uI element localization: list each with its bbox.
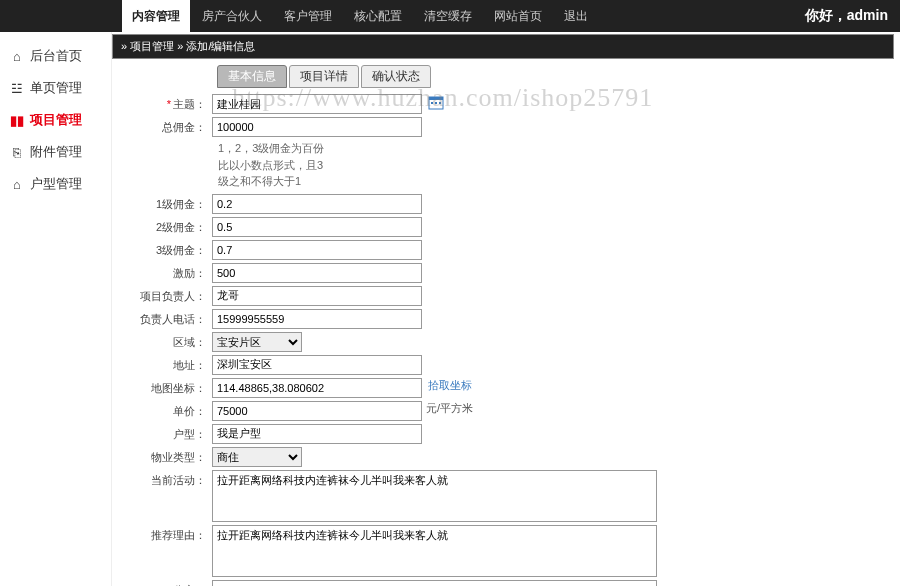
tab-basic[interactable]: 基本信息: [217, 65, 287, 88]
label-recommend-reason: 推荐理由：: [122, 525, 212, 543]
sidebar: ⌂ 后台首页 ☳ 单页管理 ▮▮ 项目管理 ⎘ 附件管理 ⌂ 户型管理: [0, 32, 112, 586]
label-level3: 3级佣金：: [122, 240, 212, 258]
textarea-current-activity[interactable]: 拉开距离网络科技内连裤袜今儿半叫我来客人就: [212, 470, 657, 522]
input-address[interactable]: [212, 355, 422, 375]
label-unit-price: 单价：: [122, 401, 212, 419]
row-address: 地址：: [122, 355, 890, 375]
calendar-icon[interactable]: [428, 94, 444, 110]
select-region[interactable]: 宝安片区: [212, 332, 302, 352]
house-icon: ⌂: [10, 177, 24, 192]
input-house-type[interactable]: [212, 424, 422, 444]
greeting: 你好，: [805, 7, 847, 23]
nav-logout[interactable]: 退出: [554, 0, 598, 33]
input-incentive[interactable]: [212, 263, 422, 283]
input-level1[interactable]: [212, 194, 422, 214]
username: admin: [847, 7, 888, 23]
nav-content[interactable]: 内容管理: [122, 0, 190, 33]
svg-rect-4: [439, 102, 441, 104]
textarea-recommend-reason[interactable]: 拉开距离网络科技内连裤袜今儿半叫我来客人就: [212, 525, 657, 577]
sidebar-item-home[interactable]: ⌂ 后台首页: [0, 40, 111, 72]
input-unit-price[interactable]: [212, 401, 422, 421]
sidebar-item-pages[interactable]: ☳ 单页管理: [0, 72, 111, 104]
label-level2: 2级佣金：: [122, 217, 212, 235]
label-manager: 项目负责人：: [122, 286, 212, 304]
input-manager-phone[interactable]: [212, 309, 422, 329]
sidebar-item-label: 项目管理: [30, 111, 82, 129]
main: » 项目管理 » 添加/编辑信息 https://www.huzhan.com/…: [112, 32, 900, 586]
nav-customer[interactable]: 客户管理: [274, 0, 342, 33]
label-property-type: 物业类型：: [122, 447, 212, 465]
row-bus: 公交：: [122, 580, 890, 587]
input-level3[interactable]: [212, 240, 422, 260]
row-level2: 2级佣金：: [122, 217, 890, 237]
label-manager-phone: 负责人电话：: [122, 309, 212, 327]
home-icon: ⌂: [10, 49, 24, 64]
label-coords: 地图坐标：: [122, 378, 212, 396]
label-bus: 公交：: [122, 580, 212, 587]
textarea-bus[interactable]: [212, 580, 657, 587]
row-house-type: 户型：: [122, 424, 890, 444]
select-property-type[interactable]: 商住: [212, 447, 302, 467]
top-nav: 内容管理 房产合伙人 客户管理 核心配置 清空缓存 网站首页 退出: [122, 0, 598, 33]
topbar-user: 你好，admin: [805, 7, 888, 25]
row-incentive: 激励：: [122, 263, 890, 283]
input-manager[interactable]: [212, 286, 422, 306]
chart-icon: ▮▮: [10, 113, 24, 128]
label-subject: *主题：: [122, 94, 212, 112]
label-current-activity: 当前活动：: [122, 470, 212, 488]
label-house-type: 户型：: [122, 424, 212, 442]
unit-price-unit: 元/平方米: [426, 401, 473, 416]
content: https://www.huzhan.com/ishop25791 基本信息 项…: [112, 59, 900, 586]
tab-confirm[interactable]: 确认状态: [361, 65, 431, 88]
label-total-commission: 总佣金：: [122, 117, 212, 135]
nav-site-home[interactable]: 网站首页: [484, 0, 552, 33]
row-coords: 地图坐标： 拾取坐标: [122, 378, 890, 398]
svg-rect-3: [435, 102, 437, 104]
pick-coords-link[interactable]: 拾取坐标: [428, 378, 472, 393]
row-property-type: 物业类型： 商住: [122, 447, 890, 467]
svg-rect-1: [429, 97, 443, 100]
sidebar-item-label: 户型管理: [30, 175, 82, 193]
sidebar-item-house-types[interactable]: ⌂ 户型管理: [0, 168, 111, 200]
input-total-commission[interactable]: [212, 117, 422, 137]
sidebar-item-label: 单页管理: [30, 79, 82, 97]
svg-rect-2: [431, 102, 433, 104]
sidebar-item-projects[interactable]: ▮▮ 项目管理: [0, 104, 111, 136]
row-manager-phone: 负责人电话：: [122, 309, 890, 329]
label-region: 区域：: [122, 332, 212, 350]
breadcrumb: » 项目管理 » 添加/编辑信息: [112, 34, 894, 59]
input-subject[interactable]: [212, 94, 422, 114]
attach-icon: ⎘: [10, 145, 24, 160]
commission-hint: 1，2，3级佣金为百份 比以小数点形式，且3 级之和不得大于1: [218, 140, 890, 190]
label-incentive: 激励：: [122, 263, 212, 281]
label-address: 地址：: [122, 355, 212, 373]
row-manager: 项目负责人：: [122, 286, 890, 306]
row-unit-price: 单价： 元/平方米: [122, 401, 890, 421]
nav-clear-cache[interactable]: 清空缓存: [414, 0, 482, 33]
nav-partner[interactable]: 房产合伙人: [192, 0, 272, 33]
input-level2[interactable]: [212, 217, 422, 237]
row-current-activity: 当前活动： 拉开距离网络科技内连裤袜今儿半叫我来客人就: [122, 470, 890, 522]
row-level1: 1级佣金：: [122, 194, 890, 214]
label-level1: 1级佣金：: [122, 194, 212, 212]
row-recommend-reason: 推荐理由： 拉开距离网络科技内连裤袜今儿半叫我来客人就: [122, 525, 890, 577]
nav-core[interactable]: 核心配置: [344, 0, 412, 33]
row-region: 区域： 宝安片区: [122, 332, 890, 352]
topbar: 内容管理 房产合伙人 客户管理 核心配置 清空缓存 网站首页 退出 你好，adm…: [0, 0, 900, 32]
tabs: 基本信息 项目详情 确认状态: [217, 65, 890, 88]
tab-detail[interactable]: 项目详情: [289, 65, 359, 88]
page-icon: ☳: [10, 81, 24, 96]
sidebar-item-label: 后台首页: [30, 47, 82, 65]
row-subject: *主题：: [122, 94, 890, 114]
row-level3: 3级佣金：: [122, 240, 890, 260]
sidebar-item-attachments[interactable]: ⎘ 附件管理: [0, 136, 111, 168]
row-total-commission: 总佣金：: [122, 117, 890, 137]
sidebar-item-label: 附件管理: [30, 143, 82, 161]
input-coords[interactable]: [212, 378, 422, 398]
